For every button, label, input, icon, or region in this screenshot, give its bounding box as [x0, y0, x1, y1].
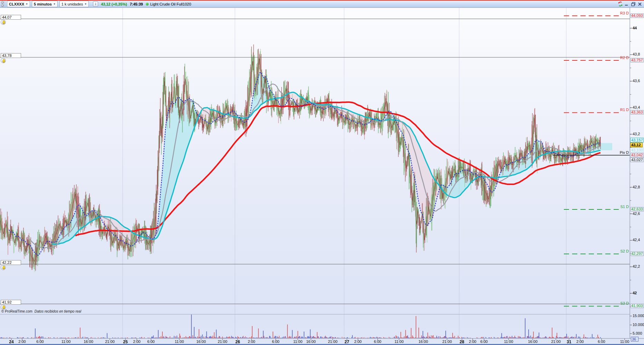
- last-quote: 43,12 (+0,35%): [101, 2, 127, 6]
- volume-bars-down: [0, 316, 599, 338]
- units-dropdown[interactable]: 1 k unidades ▼: [59, 1, 89, 7]
- info-icon[interactable]: i: [93, 1, 98, 7]
- chart-canvas[interactable]: [0, 0, 644, 345]
- timeframe-value: 5 minutos: [34, 2, 52, 6]
- instrument-dropdown[interactable]: CLXXXX ▼: [7, 1, 30, 7]
- candles-layer: [0, 51, 598, 270]
- close-icon[interactable]: [637, 1, 643, 7]
- units-value: 1 k unidades: [61, 2, 83, 6]
- minimize-button[interactable]: [624, 1, 629, 7]
- refresh-icon[interactable]: [617, 1, 623, 7]
- toolbar: CLXXXX ▼ 5 minutos ▼ 1 k unidades ▼ i 43…: [0, 0, 644, 8]
- instrument-name: Light Crude Oil Full1020: [150, 2, 191, 6]
- chevron-down-icon: ▼: [26, 3, 28, 5]
- chevron-down-icon: ▼: [84, 3, 87, 5]
- realtime-status-icon: [146, 3, 149, 6]
- quote-time: 7:45:39: [130, 2, 143, 6]
- copyright-notice: © ProRealTime.comDatos recibidos en tiem…: [1, 309, 81, 313]
- instrument-code: CLXXXX: [9, 2, 24, 6]
- feed-status-text: Datos recibidos en tiempo real: [35, 309, 81, 313]
- timeframe-dropdown[interactable]: 5 minutos ▼: [32, 1, 58, 7]
- chart-window: CLXXXX ▼ 5 minutos ▼ 1 k unidades ▼ i 43…: [0, 0, 644, 345]
- restore-button[interactable]: [631, 1, 636, 7]
- volume-bars-up: [1, 315, 600, 338]
- copyright-brand: © ProRealTime.com: [1, 309, 32, 313]
- panel-grip-icon[interactable]: [0, 1, 5, 7]
- chevron-down-icon: ▼: [53, 3, 56, 5]
